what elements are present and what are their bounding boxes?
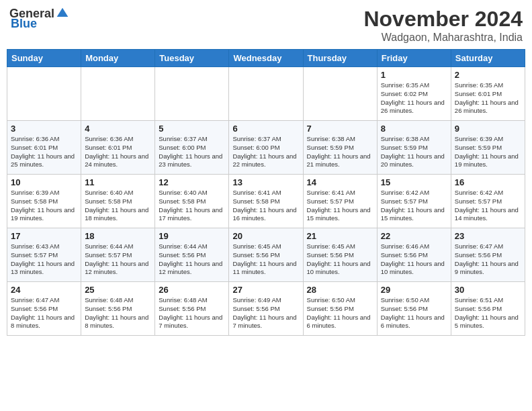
- weekday-header-friday: Friday: [377, 50, 451, 67]
- day-cell: 19Sunrise: 6:44 AM Sunset: 5:56 PM Dayli…: [155, 228, 229, 282]
- day-info: Sunrise: 6:39 AM Sunset: 5:59 PM Dayligh…: [455, 135, 521, 169]
- day-cell: 20Sunrise: 6:45 AM Sunset: 5:56 PM Dayli…: [229, 228, 303, 282]
- day-number: 15: [381, 177, 447, 187]
- day-info: Sunrise: 6:50 AM Sunset: 5:56 PM Dayligh…: [307, 296, 373, 330]
- day-number: 30: [455, 285, 521, 295]
- day-number: 7: [307, 124, 373, 134]
- day-number: 25: [85, 285, 151, 295]
- weekday-header-monday: Monday: [81, 50, 155, 67]
- day-cell: 28Sunrise: 6:50 AM Sunset: 5:56 PM Dayli…: [303, 282, 377, 336]
- day-cell: [7, 67, 81, 121]
- title-area: November 2024 Wadgaon, Maharashtra, Indi…: [363, 7, 523, 44]
- day-cell: 30Sunrise: 6:51 AM Sunset: 5:56 PM Dayli…: [451, 282, 525, 336]
- day-info: Sunrise: 6:50 AM Sunset: 5:56 PM Dayligh…: [381, 296, 447, 330]
- day-cell: 26Sunrise: 6:48 AM Sunset: 5:56 PM Dayli…: [155, 282, 229, 336]
- day-info: Sunrise: 6:49 AM Sunset: 5:56 PM Dayligh…: [232, 296, 299, 330]
- day-info: Sunrise: 6:40 AM Sunset: 5:58 PM Dayligh…: [159, 189, 225, 223]
- day-cell: 11Sunrise: 6:40 AM Sunset: 5:58 PM Dayli…: [81, 175, 155, 228]
- day-cell: 12Sunrise: 6:40 AM Sunset: 5:58 PM Dayli…: [155, 175, 229, 228]
- day-info: Sunrise: 6:37 AM Sunset: 6:00 PM Dayligh…: [232, 135, 299, 169]
- day-info: Sunrise: 6:45 AM Sunset: 5:56 PM Dayligh…: [307, 242, 373, 277]
- day-number: 6: [232, 124, 299, 134]
- day-info: Sunrise: 6:41 AM Sunset: 5:58 PM Dayligh…: [232, 189, 299, 223]
- day-info: Sunrise: 6:44 AM Sunset: 5:57 PM Dayligh…: [85, 242, 151, 277]
- day-number: 16: [455, 177, 521, 187]
- day-info: Sunrise: 6:40 AM Sunset: 5:58 PM Dayligh…: [85, 189, 151, 223]
- day-cell: 13Sunrise: 6:41 AM Sunset: 5:58 PM Dayli…: [229, 175, 303, 228]
- day-cell: 4Sunrise: 6:36 AM Sunset: 6:01 PM Daylig…: [81, 121, 155, 175]
- day-info: Sunrise: 6:42 AM Sunset: 5:57 PM Dayligh…: [381, 189, 447, 223]
- day-number: 18: [85, 231, 151, 241]
- day-number: 27: [232, 285, 299, 295]
- day-number: 24: [11, 285, 77, 295]
- calendar-table: SundayMondayTuesdayWednesdayThursdayFrid…: [7, 49, 525, 336]
- day-cell: 5Sunrise: 6:37 AM Sunset: 6:00 PM Daylig…: [155, 121, 229, 175]
- day-cell: 7Sunrise: 6:38 AM Sunset: 5:59 PM Daylig…: [303, 121, 377, 175]
- day-cell: 17Sunrise: 6:43 AM Sunset: 5:57 PM Dayli…: [7, 228, 81, 282]
- day-cell: 16Sunrise: 6:42 AM Sunset: 5:57 PM Dayli…: [451, 175, 525, 228]
- day-cell: 18Sunrise: 6:44 AM Sunset: 5:57 PM Dayli…: [81, 228, 155, 282]
- svg-marker-0: [57, 7, 69, 16]
- week-row-5: 24Sunrise: 6:47 AM Sunset: 5:56 PM Dayli…: [7, 282, 525, 336]
- day-number: 12: [159, 177, 225, 187]
- day-info: Sunrise: 6:46 AM Sunset: 5:56 PM Dayligh…: [381, 242, 447, 277]
- logo-icon: [56, 7, 69, 20]
- day-number: 19: [159, 231, 225, 241]
- day-info: Sunrise: 6:37 AM Sunset: 6:00 PM Dayligh…: [159, 135, 225, 169]
- month-title: November 2024: [363, 7, 523, 32]
- day-cell: 10Sunrise: 6:39 AM Sunset: 5:58 PM Dayli…: [7, 175, 81, 228]
- day-number: 20: [232, 231, 299, 241]
- weekday-header-saturday: Saturday: [451, 50, 525, 67]
- day-number: 29: [381, 285, 447, 295]
- day-info: Sunrise: 6:48 AM Sunset: 5:56 PM Dayligh…: [159, 296, 225, 330]
- day-cell: 1Sunrise: 6:35 AM Sunset: 6:02 PM Daylig…: [377, 67, 451, 121]
- day-info: Sunrise: 6:42 AM Sunset: 5:57 PM Dayligh…: [455, 189, 521, 223]
- week-row-2: 3Sunrise: 6:36 AM Sunset: 6:01 PM Daylig…: [7, 121, 525, 175]
- day-cell: 24Sunrise: 6:47 AM Sunset: 5:56 PM Dayli…: [7, 282, 81, 336]
- day-cell: [155, 67, 229, 121]
- day-cell: 14Sunrise: 6:41 AM Sunset: 5:57 PM Dayli…: [303, 175, 377, 228]
- day-info: Sunrise: 6:44 AM Sunset: 5:56 PM Dayligh…: [159, 242, 225, 277]
- day-cell: 3Sunrise: 6:36 AM Sunset: 6:01 PM Daylig…: [7, 121, 81, 175]
- day-cell: [303, 67, 377, 121]
- day-cell: 25Sunrise: 6:48 AM Sunset: 5:56 PM Dayli…: [81, 282, 155, 336]
- day-cell: 8Sunrise: 6:38 AM Sunset: 5:59 PM Daylig…: [377, 121, 451, 175]
- day-cell: 21Sunrise: 6:45 AM Sunset: 5:56 PM Dayli…: [303, 228, 377, 282]
- day-number: 13: [232, 177, 299, 187]
- week-row-3: 10Sunrise: 6:39 AM Sunset: 5:58 PM Dayli…: [7, 175, 525, 228]
- day-info: Sunrise: 6:39 AM Sunset: 5:58 PM Dayligh…: [11, 189, 77, 223]
- day-number: 4: [85, 124, 151, 134]
- page-header: General Blue November 2024 Wadgaon, Maha…: [7, 7, 525, 44]
- day-info: Sunrise: 6:41 AM Sunset: 5:57 PM Dayligh…: [307, 189, 373, 223]
- day-number: 10: [11, 177, 77, 187]
- day-info: Sunrise: 6:43 AM Sunset: 5:57 PM Dayligh…: [11, 242, 77, 277]
- weekday-header-row: SundayMondayTuesdayWednesdayThursdayFrid…: [7, 50, 525, 67]
- day-cell: 27Sunrise: 6:49 AM Sunset: 5:56 PM Dayli…: [229, 282, 303, 336]
- day-info: Sunrise: 6:35 AM Sunset: 6:01 PM Dayligh…: [455, 81, 521, 116]
- day-cell: 23Sunrise: 6:47 AM Sunset: 5:56 PM Dayli…: [451, 228, 525, 282]
- day-number: 28: [307, 285, 373, 295]
- logo: General Blue: [9, 7, 69, 31]
- week-row-1: 1Sunrise: 6:35 AM Sunset: 6:02 PM Daylig…: [7, 67, 525, 121]
- day-info: Sunrise: 6:47 AM Sunset: 5:56 PM Dayligh…: [455, 242, 521, 277]
- day-number: 22: [381, 231, 447, 241]
- day-cell: 15Sunrise: 6:42 AM Sunset: 5:57 PM Dayli…: [377, 175, 451, 228]
- day-number: 21: [307, 231, 373, 241]
- day-number: 1: [381, 70, 447, 80]
- day-info: Sunrise: 6:36 AM Sunset: 6:01 PM Dayligh…: [11, 135, 77, 169]
- weekday-header-thursday: Thursday: [303, 50, 377, 67]
- day-info: Sunrise: 6:48 AM Sunset: 5:56 PM Dayligh…: [85, 296, 151, 330]
- day-cell: 2Sunrise: 6:35 AM Sunset: 6:01 PM Daylig…: [451, 67, 525, 121]
- day-info: Sunrise: 6:45 AM Sunset: 5:56 PM Dayligh…: [232, 242, 299, 277]
- day-info: Sunrise: 6:36 AM Sunset: 6:01 PM Dayligh…: [85, 135, 151, 169]
- day-cell: 9Sunrise: 6:39 AM Sunset: 5:59 PM Daylig…: [451, 121, 525, 175]
- week-row-4: 17Sunrise: 6:43 AM Sunset: 5:57 PM Dayli…: [7, 228, 525, 282]
- day-number: 17: [11, 231, 77, 241]
- day-number: 11: [85, 177, 151, 187]
- day-number: 8: [381, 124, 447, 134]
- day-number: 23: [455, 231, 521, 241]
- day-number: 9: [455, 124, 521, 134]
- weekday-header-sunday: Sunday: [7, 50, 81, 67]
- day-info: Sunrise: 6:47 AM Sunset: 5:56 PM Dayligh…: [11, 296, 77, 330]
- day-cell: 22Sunrise: 6:46 AM Sunset: 5:56 PM Dayli…: [377, 228, 451, 282]
